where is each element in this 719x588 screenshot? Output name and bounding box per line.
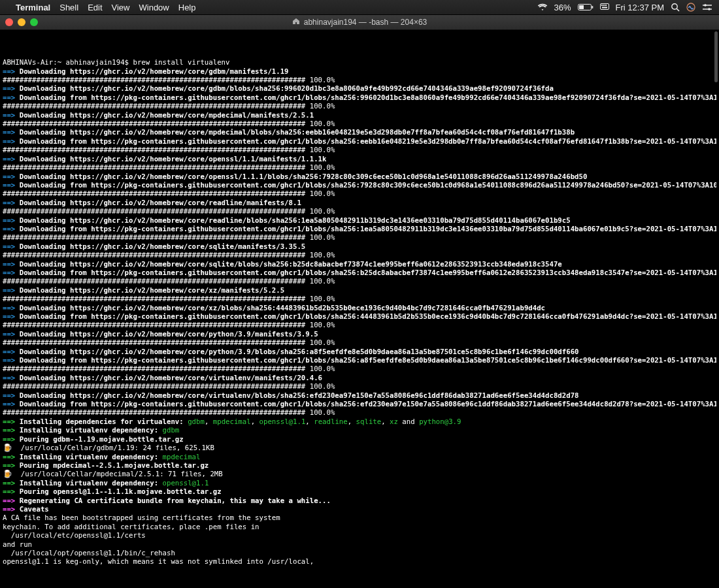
scrollbar-thumb[interactable] (714, 31, 718, 82)
terminal-line: ==> Downloading https://ghcr.io/v2/homeb… (3, 242, 716, 251)
terminal-line: ==> Downloading https://ghcr.io/v2/homeb… (3, 304, 716, 312)
terminal-line: ########################################… (3, 189, 716, 198)
menu-edit[interactable]: Edit (88, 3, 102, 12)
terminal-line: ==> Downloading https://ghcr.io/v2/homeb… (3, 67, 716, 76)
terminal-line: ########################################… (3, 408, 716, 417)
siri-icon[interactable] (686, 3, 695, 12)
macos-menubar: Terminal Shell Edit View Window Help 36%… (0, 0, 719, 15)
svg-line-9 (677, 8, 679, 11)
terminal-line: keychain. To add additional certificates… (3, 523, 716, 531)
terminal-line: ==> Downloading from https://pkg-contain… (3, 400, 716, 408)
minimize-window-button[interactable] (18, 18, 25, 26)
terminal-line: ########################################… (3, 163, 716, 172)
terminal-line: 🍺 /usr/local/Cellar/gdbm/1.19: 24 files,… (3, 444, 716, 452)
terminal-line: A CA file has been bootstrapped using ce… (3, 514, 716, 522)
menu-shell[interactable]: Shell (59, 3, 78, 12)
terminal-line: ==> Downloading https://ghcr.io/v2/homeb… (3, 260, 716, 269)
battery-percent: 36% (554, 3, 571, 12)
terminal-line: /usr/local/etc/openssl@1.1/certs (3, 531, 716, 540)
input-source-icon[interactable] (600, 3, 609, 11)
terminal-line: ########################################… (3, 207, 716, 216)
window-controls (5, 18, 38, 26)
terminal-line: 🍺 /usr/local/Cellar/mpdecimal/2.5.1: 71 … (3, 470, 716, 478)
svg-point-14 (708, 8, 711, 10)
terminal-line: ########################################… (3, 277, 716, 286)
svg-rect-6 (605, 5, 607, 6)
menu-help[interactable]: Help (178, 3, 196, 12)
terminal-line: /usr/local/opt/openssl@1.1/bin/c_rehash (3, 549, 716, 557)
terminal-line: openssl@1.1 is keg-only, which means it … (3, 557, 716, 566)
terminal-line: ==> Downloading https://ghcr.io/v2/homeb… (3, 286, 716, 295)
terminal-line: ==> Downloading https://ghcr.io/v2/homeb… (3, 84, 716, 93)
wifi-icon[interactable] (537, 3, 548, 11)
window-title: abhinavjain194 — -bash — 204×63 (304, 18, 427, 27)
terminal-line: ==> Downloading from https://pkg-contain… (3, 225, 716, 233)
terminal-line: ==> Downloading from https://pkg-contain… (3, 356, 716, 365)
terminal-output[interactable]: ABHINAVs-Air:~ abhinavjain194$ brew inst… (0, 30, 719, 588)
svg-rect-3 (600, 4, 609, 10)
battery-icon[interactable] (578, 3, 594, 11)
terminal-line: ==> Downloading from https://pkg-contain… (3, 181, 716, 189)
terminal-titlebar[interactable]: abhinavjain194 — -bash — 204×63 (0, 15, 719, 30)
terminal-line: ########################################… (3, 338, 716, 347)
terminal-line: ==> Installing virtualenv dependency: mp… (3, 453, 716, 461)
terminal-line: ==> Downloading https://ghcr.io/v2/homeb… (3, 374, 716, 382)
svg-rect-5 (603, 5, 605, 6)
terminal-line: ########################################… (3, 76, 716, 84)
svg-rect-4 (601, 5, 603, 6)
menu-window[interactable]: Window (139, 3, 169, 12)
terminal-line: ABHINAVs-Air:~ abhinavjain194$ brew inst… (3, 58, 716, 67)
terminal-line: ########################################… (3, 295, 716, 303)
terminal-line: ==> Downloading https://ghcr.io/v2/homeb… (3, 391, 716, 400)
terminal-line: ########################################… (3, 251, 716, 259)
terminal-line: ########################################… (3, 365, 716, 373)
terminal-line: ==> Pouring mpdecimal--2.5.1.mojave.bott… (3, 461, 716, 470)
terminal-line: ==> Downloading from https://pkg-contain… (3, 93, 716, 102)
terminal-line: ==> Caveats (3, 505, 716, 514)
menu-view[interactable]: View (112, 3, 130, 12)
zoom-window-button[interactable] (30, 18, 38, 26)
terminal-line: ==> Downloading https://ghcr.io/v2/homeb… (3, 348, 716, 356)
svg-rect-2 (579, 5, 584, 9)
home-folder-icon (292, 18, 300, 27)
terminal-line: ==> Downloading https://ghcr.io/v2/homeb… (3, 155, 716, 163)
terminal-line: ==> Regenerating CA certificate bundle f… (3, 497, 716, 505)
terminal-line: ==> Downloading https://ghcr.io/v2/homeb… (3, 216, 716, 225)
terminal-line: ########################################… (3, 321, 716, 329)
clock[interactable]: Fri 12:37 PM (616, 3, 664, 12)
svg-point-12 (704, 4, 707, 7)
terminal-line: ==> Installing dependencies for virtuale… (3, 417, 716, 426)
terminal-line: and run (3, 540, 716, 549)
terminal-line: ==> Downloading https://ghcr.io/v2/homeb… (3, 172, 716, 181)
terminal-line: ########################################… (3, 146, 716, 154)
terminal-line: ==> Downloading https://ghcr.io/v2/homeb… (3, 111, 716, 120)
terminal-line: ==> Downloading https://ghcr.io/v2/homeb… (3, 330, 716, 338)
app-name[interactable]: Terminal (16, 3, 50, 12)
terminal-line: ==> Pouring gdbm--1.19.mojave.bottle.tar… (3, 435, 716, 444)
terminal-line: ==> Installing virtualenv dependency: gd… (3, 426, 716, 434)
close-window-button[interactable] (5, 18, 13, 26)
terminal-line: ==> Pouring openssl@1.1--1.1.1k.mojave.b… (3, 487, 716, 496)
terminal-line: ==> Downloading https://ghcr.io/v2/homeb… (3, 128, 716, 137)
terminal-line: ########################################… (3, 233, 716, 242)
terminal-line: ########################################… (3, 382, 716, 391)
control-center-icon[interactable] (702, 3, 712, 11)
svg-rect-7 (602, 7, 607, 8)
spotlight-icon[interactable] (671, 3, 680, 12)
terminal-line: ==> Downloading from https://pkg-contain… (3, 312, 716, 321)
terminal-line: ==> Downloading from https://pkg-contain… (3, 137, 716, 146)
terminal-line: ==> Downloading from https://pkg-contain… (3, 269, 716, 277)
terminal-line: ==> Installing virtualenv dependency: op… (3, 479, 716, 487)
svg-rect-1 (592, 6, 593, 8)
terminal-line: ==> Downloading https://ghcr.io/v2/homeb… (3, 199, 716, 207)
terminal-line: ########################################… (3, 102, 716, 110)
svg-point-8 (672, 4, 677, 9)
terminal-line: ########################################… (3, 120, 716, 128)
